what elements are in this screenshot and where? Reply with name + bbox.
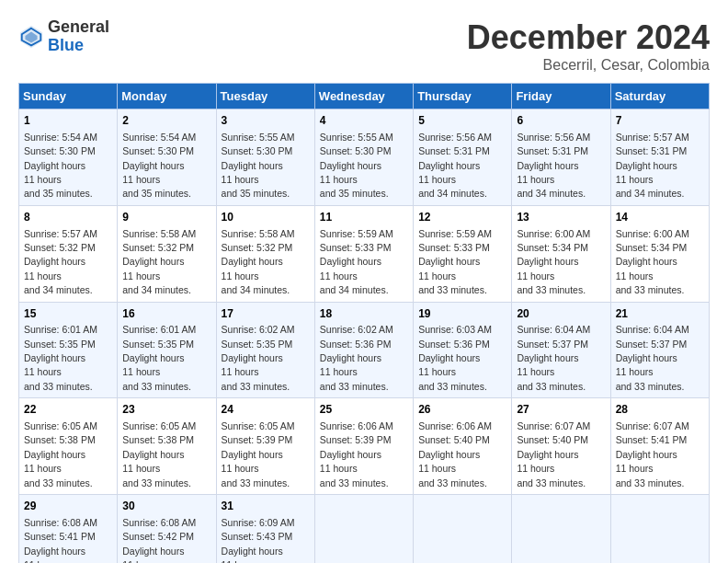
day-info: Sunrise: 6:01 AMSunset: 5:35 PMDaylight … [122, 324, 196, 392]
calendar-cell: 22Sunrise: 6:05 AMSunset: 5:38 PMDayligh… [19, 398, 118, 495]
day-number: 27 [517, 402, 605, 418]
calendar-cell [512, 495, 610, 564]
calendar-cell [314, 495, 413, 564]
header-tuesday: Tuesday [216, 84, 314, 109]
calendar-cell: 10Sunrise: 5:58 AMSunset: 5:32 PMDayligh… [216, 205, 314, 302]
day-number: 18 [320, 306, 408, 322]
day-info: Sunrise: 5:54 AMSunset: 5:30 PMDaylight … [24, 132, 97, 200]
calendar-cell: 31Sunrise: 6:09 AMSunset: 5:43 PMDayligh… [216, 495, 314, 564]
calendar-cell: 26Sunrise: 6:06 AMSunset: 5:40 PMDayligh… [414, 398, 512, 495]
calendar-cell: 9Sunrise: 5:58 AMSunset: 5:32 PMDaylight… [118, 205, 216, 302]
day-info: Sunrise: 6:00 AMSunset: 5:34 PMDaylight … [517, 228, 590, 296]
day-info: Sunrise: 6:08 AMSunset: 5:41 PMDaylight … [24, 517, 97, 563]
day-number: 2 [122, 113, 210, 129]
day-number: 30 [122, 499, 210, 514]
logo-general: General [48, 18, 109, 37]
calendar-cell: 6Sunrise: 5:56 AMSunset: 5:31 PMDaylight… [512, 109, 610, 206]
calendar-week-row: 15Sunrise: 6:01 AMSunset: 5:35 PMDayligh… [19, 302, 710, 398]
calendar-cell: 29Sunrise: 6:08 AMSunset: 5:41 PMDayligh… [19, 495, 118, 564]
day-info: Sunrise: 6:04 AMSunset: 5:37 PMDaylight … [517, 324, 590, 392]
day-info: Sunrise: 6:07 AMSunset: 5:41 PMDaylight … [616, 420, 689, 488]
calendar-cell: 7Sunrise: 5:57 AMSunset: 5:31 PMDaylight… [610, 109, 709, 206]
day-info: Sunrise: 5:57 AMSunset: 5:31 PMDaylight … [616, 132, 689, 200]
day-number: 9 [122, 210, 210, 225]
logo-blue: Blue [48, 37, 109, 55]
calendar-cell: 21Sunrise: 6:04 AMSunset: 5:37 PMDayligh… [610, 302, 709, 398]
calendar-cell [610, 495, 709, 564]
day-number: 28 [616, 402, 704, 418]
day-number: 15 [24, 306, 112, 322]
day-number: 23 [122, 402, 210, 418]
calendar-cell: 3Sunrise: 5:55 AMSunset: 5:30 PMDaylight… [216, 109, 314, 206]
day-number: 3 [222, 113, 310, 129]
day-number: 29 [24, 499, 112, 514]
calendar-cell: 27Sunrise: 6:07 AMSunset: 5:40 PMDayligh… [512, 398, 610, 495]
day-number: 25 [320, 402, 408, 418]
location: Becerril, Cesar, Colombia [467, 57, 710, 74]
calendar-week-row: 29Sunrise: 6:08 AMSunset: 5:41 PMDayligh… [19, 495, 710, 564]
header-wednesday: Wednesday [314, 84, 413, 109]
day-number: 19 [418, 306, 506, 322]
calendar-cell: 30Sunrise: 6:08 AMSunset: 5:42 PMDayligh… [118, 495, 216, 564]
calendar-cell: 11Sunrise: 5:59 AMSunset: 5:33 PMDayligh… [314, 205, 413, 302]
calendar-cell: 28Sunrise: 6:07 AMSunset: 5:41 PMDayligh… [610, 398, 709, 495]
day-info: Sunrise: 5:56 AMSunset: 5:31 PMDaylight … [517, 132, 590, 200]
calendar-header-row: SundayMondayTuesdayWednesdayThursdayFrid… [19, 84, 710, 109]
calendar-cell: 15Sunrise: 6:01 AMSunset: 5:35 PMDayligh… [19, 302, 118, 398]
logo: General Blue [18, 18, 109, 55]
day-info: Sunrise: 5:59 AMSunset: 5:33 PMDaylight … [320, 228, 393, 296]
day-info: Sunrise: 6:06 AMSunset: 5:39 PMDaylight … [320, 420, 393, 488]
title-section: December 2024 Becerril, Cesar, Colombia [467, 18, 710, 74]
calendar-cell: 20Sunrise: 6:04 AMSunset: 5:37 PMDayligh… [512, 302, 610, 398]
calendar-cell: 18Sunrise: 6:02 AMSunset: 5:36 PMDayligh… [314, 302, 413, 398]
day-number: 8 [24, 210, 112, 225]
day-info: Sunrise: 6:08 AMSunset: 5:42 PMDaylight … [122, 517, 196, 563]
header-monday: Monday [118, 84, 216, 109]
calendar-cell: 1Sunrise: 5:54 AMSunset: 5:30 PMDaylight… [19, 109, 118, 206]
calendar-cell [414, 495, 512, 564]
calendar-table: SundayMondayTuesdayWednesdayThursdayFrid… [18, 83, 710, 563]
day-number: 22 [24, 402, 112, 418]
day-info: Sunrise: 6:01 AMSunset: 5:35 PMDaylight … [24, 324, 97, 392]
day-info: Sunrise: 6:02 AMSunset: 5:35 PMDaylight … [222, 324, 295, 392]
day-number: 24 [222, 402, 310, 418]
header-friday: Friday [512, 84, 610, 109]
day-info: Sunrise: 6:02 AMSunset: 5:36 PMDaylight … [320, 324, 393, 392]
calendar-cell: 14Sunrise: 6:00 AMSunset: 5:34 PMDayligh… [610, 205, 709, 302]
day-number: 4 [320, 113, 408, 129]
day-number: 26 [418, 402, 506, 418]
day-info: Sunrise: 6:05 AMSunset: 5:38 PMDaylight … [24, 420, 97, 488]
calendar-cell: 24Sunrise: 6:05 AMSunset: 5:39 PMDayligh… [216, 398, 314, 495]
day-number: 5 [418, 113, 506, 129]
day-info: Sunrise: 6:03 AMSunset: 5:36 PMDaylight … [418, 324, 492, 392]
day-info: Sunrise: 6:00 AMSunset: 5:34 PMDaylight … [616, 228, 689, 296]
calendar-cell: 16Sunrise: 6:01 AMSunset: 5:35 PMDayligh… [118, 302, 216, 398]
calendar-cell: 25Sunrise: 6:06 AMSunset: 5:39 PMDayligh… [314, 398, 413, 495]
calendar-week-row: 8Sunrise: 5:57 AMSunset: 5:32 PMDaylight… [19, 205, 710, 302]
calendar-week-row: 22Sunrise: 6:05 AMSunset: 5:38 PMDayligh… [19, 398, 710, 495]
day-number: 16 [122, 306, 210, 322]
day-info: Sunrise: 5:58 AMSunset: 5:32 PMDaylight … [122, 228, 196, 296]
header-saturday: Saturday [610, 84, 709, 109]
day-info: Sunrise: 6:07 AMSunset: 5:40 PMDaylight … [517, 420, 590, 488]
day-info: Sunrise: 5:59 AMSunset: 5:33 PMDaylight … [418, 228, 492, 296]
calendar-cell: 23Sunrise: 6:05 AMSunset: 5:38 PMDayligh… [118, 398, 216, 495]
day-number: 14 [616, 210, 704, 225]
day-number: 20 [517, 306, 605, 322]
calendar-cell: 8Sunrise: 5:57 AMSunset: 5:32 PMDaylight… [19, 205, 118, 302]
day-info: Sunrise: 6:05 AMSunset: 5:39 PMDaylight … [222, 420, 295, 488]
calendar-cell: 2Sunrise: 5:54 AMSunset: 5:30 PMDaylight… [118, 109, 216, 206]
day-number: 7 [616, 113, 704, 129]
day-info: Sunrise: 5:55 AMSunset: 5:30 PMDaylight … [222, 132, 295, 200]
logo-text: General Blue [48, 18, 109, 55]
day-number: 12 [418, 210, 506, 225]
day-info: Sunrise: 6:04 AMSunset: 5:37 PMDaylight … [616, 324, 689, 392]
day-number: 1 [24, 113, 112, 129]
day-number: 17 [222, 306, 310, 322]
calendar-cell: 13Sunrise: 6:00 AMSunset: 5:34 PMDayligh… [512, 205, 610, 302]
day-info: Sunrise: 6:05 AMSunset: 5:38 PMDaylight … [122, 420, 196, 488]
header-thursday: Thursday [414, 84, 512, 109]
header-sunday: Sunday [19, 84, 118, 109]
calendar-week-row: 1Sunrise: 5:54 AMSunset: 5:30 PMDaylight… [19, 109, 710, 206]
day-info: Sunrise: 5:58 AMSunset: 5:32 PMDaylight … [222, 228, 295, 296]
